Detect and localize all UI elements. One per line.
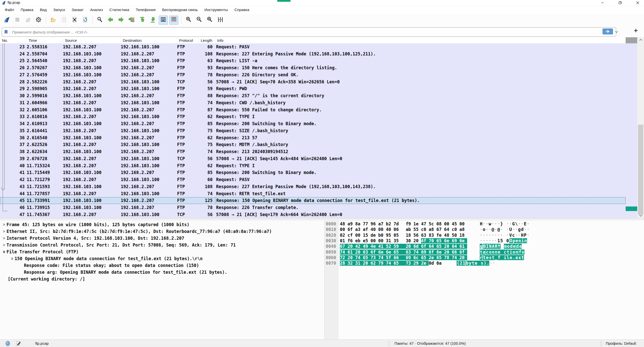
restart-capture-button[interactable] — [23, 16, 32, 25]
hex-byte[interactable]: 67 — [436, 227, 444, 232]
ascii-char[interactable]: E — [524, 221, 527, 226]
hex-byte[interactable]: 7d — [393, 221, 401, 226]
ascii-char[interactable]: Y — [498, 244, 501, 249]
hex-byte[interactable]: 69 — [421, 250, 429, 255]
hex-byte[interactable]: 20 — [347, 244, 355, 249]
hex-byte[interactable]: e5 — [363, 238, 370, 243]
ascii-char[interactable]: 1 — [463, 261, 466, 266]
ascii-char[interactable]: g — [480, 244, 483, 249]
display-filter-input[interactable]: Примените фильтр отображения ... <Ctrl-/… — [2, 27, 616, 37]
ascii-char[interactable]: o — [521, 250, 525, 255]
packet-row[interactable]: 332.610816192.168.2.207192.168.103.100FT… — [0, 113, 626, 120]
hex-byte[interactable]: 74 — [340, 250, 347, 255]
packet-row[interactable]: 4311.721593192.168.103.100192.168.2.207F… — [0, 183, 626, 190]
hex-byte[interactable]: 8a — [355, 221, 363, 226]
status-profile[interactable]: Профиль: Default — [606, 341, 636, 345]
hex-byte[interactable]: 00 — [355, 233, 363, 238]
hex-byte[interactable]: 29 — [413, 261, 421, 266]
ascii-char[interactable]: · — [500, 233, 503, 238]
ascii-char[interactable]: _ — [495, 255, 498, 260]
hex-byte[interactable]: cf — [347, 233, 355, 238]
ascii-char[interactable]: · — [486, 238, 489, 243]
hex-byte[interactable]: 41 — [378, 244, 386, 249]
ascii-char[interactable]: · — [503, 227, 509, 232]
ascii-char[interactable]: · — [480, 227, 483, 232]
ascii-char[interactable]: · — [518, 221, 521, 226]
hex-byte[interactable]: 40 — [386, 227, 393, 232]
packet-row[interactable]: 4411.727857192.168.2.207192.168.103.100F… — [0, 190, 626, 197]
hex-byte[interactable]: 02 — [340, 233, 347, 238]
packet-row[interactable]: 372.622526192.168.2.207192.168.103.100FT… — [0, 141, 626, 148]
ascii-char[interactable]: d — [516, 244, 519, 249]
ascii-char[interactable]: N — [489, 244, 492, 249]
detail-line[interactable]: Response arg: Opening BINARY mode data c… — [0, 269, 324, 275]
ascii-char[interactable]: m — [504, 244, 507, 249]
hex-byte[interactable]: 20 — [363, 261, 370, 266]
ascii-char[interactable]: a — [482, 250, 486, 255]
ascii-char[interactable]: l — [506, 255, 509, 260]
ascii-char[interactable]: g — [518, 227, 521, 232]
hex-row[interactable]: 0010006fa3af40004006ab55c0a86764c0a8·o··… — [325, 227, 644, 232]
ascii-char[interactable]: · — [486, 221, 489, 226]
hex-byte[interactable]: 08 — [436, 221, 444, 226]
ascii-char[interactable]: n — [518, 238, 521, 243]
hex-byte[interactable]: 63 — [401, 250, 413, 255]
ascii-char[interactable]: G — [512, 221, 515, 226]
detail-line[interactable]: Response code: File status okay; about t… — [0, 262, 324, 269]
hex-byte[interactable]: a8 — [459, 227, 467, 232]
packet-row[interactable]: 292.598905192.168.2.207192.168.103.100FT… — [0, 85, 626, 92]
hex-byte[interactable]: 31 — [355, 261, 363, 266]
menu-беспроводная-связь[interactable]: Беспроводная связь — [159, 7, 201, 13]
ascii-char[interactable]: · — [503, 221, 509, 226]
hex-byte[interactable]: 59 — [393, 244, 401, 249]
hex-byte[interactable]: 20 — [413, 238, 421, 243]
column-header-no[interactable]: No. — [0, 37, 27, 43]
hex-byte[interactable]: 78 — [444, 255, 452, 260]
hex-byte[interactable]: 49 — [363, 244, 370, 249]
column-header-destination[interactable]: Destination — [121, 37, 177, 43]
ascii-char[interactable]: · — [480, 238, 483, 243]
hex-byte[interactable]: a9 — [347, 221, 355, 226]
reload-file-button[interactable] — [80, 16, 90, 25]
ascii-char[interactable]: · — [480, 233, 483, 238]
hex-byte[interactable]: 30 — [401, 238, 413, 243]
detail-line[interactable]: >Internet Protocol Version 4, Src: 192.1… — [0, 235, 324, 241]
column-header-info[interactable]: Info — [215, 37, 626, 43]
stop-capture-button[interactable] — [13, 16, 22, 25]
hex-byte[interactable]: a8 — [429, 227, 436, 232]
ascii-char[interactable]: e — [515, 238, 518, 243]
ascii-char[interactable]: · — [482, 238, 486, 243]
hex-byte[interactable]: 00 — [459, 221, 467, 226]
go-back-button[interactable] — [106, 16, 115, 25]
hex-byte[interactable]: 6e — [386, 250, 393, 255]
go-to-packet-button[interactable] — [127, 16, 136, 25]
hex-byte[interactable]: 77 — [363, 221, 370, 226]
packet-row[interactable]: 232.558316192.168.2.207192.168.103.100FT… — [0, 43, 626, 50]
ascii-char[interactable]: o — [489, 250, 492, 255]
ascii-char[interactable]: y — [469, 261, 472, 266]
ascii-char[interactable]: ( — [457, 261, 460, 266]
detail-line[interactable]: >Frame 45: 125 bytes on wire (1000 bits)… — [0, 221, 324, 228]
capture-comment-icon[interactable] — [16, 341, 21, 347]
hex-byte[interactable]: 62 — [371, 261, 378, 266]
hex-byte[interactable]: c0 — [421, 227, 429, 232]
hex-byte[interactable]: 74 — [452, 255, 459, 260]
ascii-char[interactable]: r — [480, 255, 483, 260]
collapsed-arrow-icon[interactable]: > — [2, 236, 7, 240]
menu-статистика[interactable]: Статистика — [106, 7, 133, 13]
hex-row[interactable]: 00607220746573745f66696c652e65787420r te… — [325, 255, 644, 260]
column-header-protocol[interactable]: Protocol — [177, 37, 199, 43]
hex-byte[interactable]: 66 — [393, 255, 401, 260]
go-first-button[interactable] — [138, 16, 147, 25]
ascii-char[interactable]: @ — [497, 227, 500, 232]
collapsed-arrow-icon[interactable]: > — [2, 229, 7, 234]
hex-byte[interactable]: f6 — [347, 238, 355, 243]
packet-row[interactable]: 322.605106192.168.103.100192.168.2.207FT… — [0, 106, 626, 113]
ascii-char[interactable]: f — [498, 255, 501, 260]
ascii-char[interactable]: I — [486, 244, 489, 249]
hex-row[interactable]: 002002cf0015deb0950518566383fe485018····… — [325, 232, 644, 238]
ascii-char[interactable]: e — [474, 261, 477, 266]
hex-byte[interactable]: 74 — [386, 261, 393, 266]
menu-захват[interactable]: Захват — [68, 7, 87, 13]
hex-byte[interactable]: 6e — [436, 250, 444, 255]
